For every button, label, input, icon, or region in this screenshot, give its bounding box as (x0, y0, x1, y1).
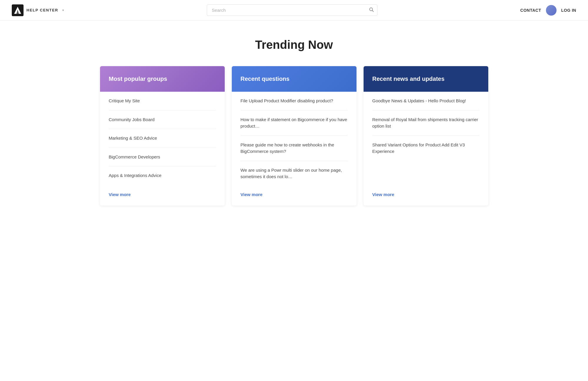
main-content: Trending Now Most popular groupsCritique… (88, 21, 500, 229)
contact-link[interactable]: CONTACT (520, 8, 541, 13)
card-footer-recent-questions: View more (232, 186, 357, 205)
page-title: Trending Now (100, 38, 488, 51)
card-body-popular-groups: Critique My SiteCommunity Jobs BoardMark… (100, 92, 225, 186)
list-item[interactable]: Goodbye News & Updates - Hello Product B… (372, 92, 479, 111)
card-header-title-recent-questions: Recent questions (241, 76, 348, 82)
card-recent-questions: Recent questionsFile Upload Product Modi… (232, 66, 357, 205)
search-wrapper (207, 4, 377, 16)
card-header-recent-news: Recent news and updates (364, 66, 488, 92)
list-item[interactable]: Community Jobs Board (109, 111, 216, 129)
avatar (546, 5, 557, 16)
svg-line-4 (372, 10, 373, 11)
card-body-recent-news: Goodbye News & Updates - Hello Product B… (364, 92, 488, 186)
logo-icon (12, 4, 24, 16)
view-more-link-popular-groups[interactable]: View more (109, 192, 131, 197)
search-icon (369, 7, 374, 12)
site-header: HELP CENTER ▾ CONTACT LOG IN (0, 0, 588, 21)
card-footer-popular-groups: View more (100, 186, 225, 205)
list-item[interactable]: How to make if statement on Bigcommerce … (241, 111, 348, 136)
cards-grid: Most popular groupsCritique My SiteCommu… (100, 66, 488, 205)
search-button[interactable] (369, 7, 374, 13)
header-right: CONTACT LOG IN (520, 5, 576, 16)
card-header-title-popular-groups: Most popular groups (109, 76, 216, 82)
card-header-recent-questions: Recent questions (232, 66, 357, 92)
card-body-recent-questions: File Upload Product Modifier disabling p… (232, 92, 357, 186)
list-item[interactable]: File Upload Product Modifier disabling p… (241, 92, 348, 111)
view-more-link-recent-news[interactable]: View more (372, 192, 394, 197)
card-recent-news: Recent news and updatesGoodbye News & Up… (364, 66, 488, 205)
card-header-title-recent-news: Recent news and updates (372, 76, 479, 82)
list-item[interactable]: BigCommerce Developers (109, 148, 216, 167)
list-item[interactable]: We are using a Powr multi slider on our … (241, 161, 348, 186)
login-link[interactable]: LOG IN (561, 8, 576, 13)
list-item[interactable]: Marketing & SEO Advice (109, 129, 216, 148)
list-item[interactable]: Critique My Site (109, 92, 216, 111)
view-more-link-recent-questions[interactable]: View more (241, 192, 263, 197)
search-input[interactable] (207, 4, 377, 16)
list-item[interactable]: Please guide me how to create webhooks i… (241, 136, 348, 161)
card-popular-groups: Most popular groupsCritique My SiteCommu… (100, 66, 225, 205)
list-item[interactable]: Shared Variant Options for Product Add E… (372, 136, 479, 161)
list-item[interactable]: Removal of Royal Mail from shipments tra… (372, 111, 479, 136)
logo-area[interactable]: HELP CENTER ▾ (12, 4, 64, 16)
brand-dropdown-icon: ▾ (62, 9, 64, 12)
card-footer-recent-news: View more (364, 186, 488, 205)
brand-label: HELP CENTER (26, 8, 58, 12)
list-item[interactable]: Apps & Integrations Advice (109, 166, 216, 185)
card-header-popular-groups: Most popular groups (100, 66, 225, 92)
